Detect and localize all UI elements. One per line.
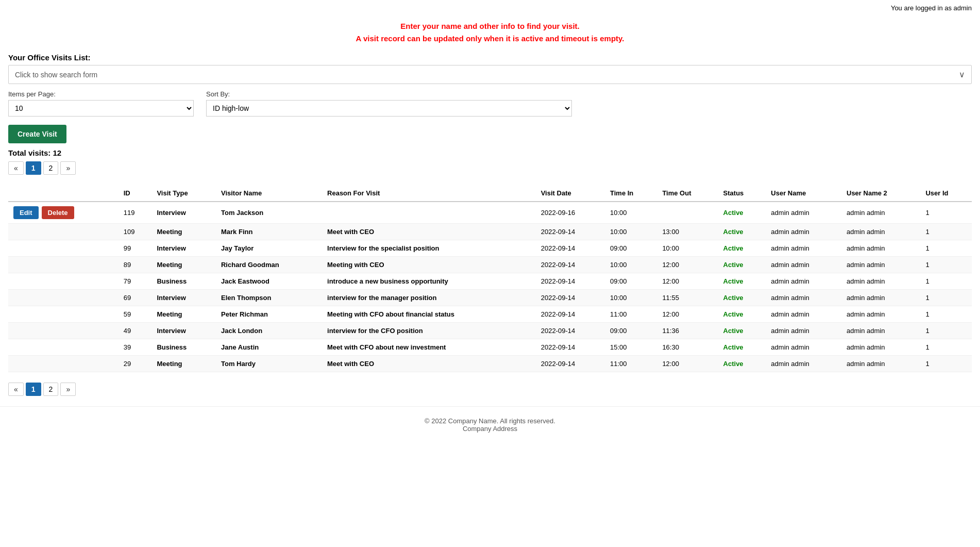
pagination-bottom: « 1 2 » (8, 383, 972, 396)
cell-reason: interview for the CFO position (322, 323, 536, 339)
cell-visitorname: Richard Goodman (216, 257, 322, 273)
table-row: 69InterviewElen Thompsoninterview for th… (8, 290, 972, 306)
header-line1: Enter your name and other info to find y… (0, 20, 980, 32)
sort-by-select[interactable]: ID high-low ID low-high Date high-low Da… (206, 100, 572, 117)
table-row: 89MeetingRichard GoodmanMeeting with CEO… (8, 257, 972, 273)
cell-timein: 11:00 (605, 356, 657, 372)
cell-username: admin admin (766, 323, 841, 339)
cell-timeout (657, 202, 718, 224)
col-id: ID (119, 185, 152, 202)
cell-status: Active (718, 257, 766, 273)
cell-reason (322, 202, 536, 224)
cell-id: 99 (119, 240, 152, 257)
header-line2: A visit record can be updated only when … (0, 32, 980, 45)
cell-timeout: 11:55 (657, 290, 718, 306)
cell-visitdate: 2022-09-14 (536, 323, 605, 339)
cell-timein: 09:00 (605, 323, 657, 339)
row-actions: EditDelete (8, 202, 119, 224)
cell-visittype: Business (151, 273, 216, 290)
cell-timeout: 11:36 (657, 323, 718, 339)
cell-visittype: Interview (151, 202, 216, 224)
cell-timeout: 16:30 (657, 339, 718, 356)
table-row: 49InterviewJack Londoninterview for the … (8, 323, 972, 339)
col-visit-date: Visit Date (536, 185, 605, 202)
cell-userid: 1 (920, 224, 972, 240)
col-visit-type: Visit Type (151, 185, 216, 202)
items-per-page-label: Items per Page: (8, 90, 194, 98)
cell-timeout: 10:00 (657, 240, 718, 257)
cell-timeout: 12:00 (657, 306, 718, 323)
cell-username: admin admin (766, 224, 841, 240)
cell-username: admin admin (766, 339, 841, 356)
cell-username2: admin admin (841, 356, 920, 372)
pagination-prev-button[interactable]: « (8, 161, 24, 175)
pagination-bottom-page-2-button[interactable]: 2 (43, 383, 59, 396)
pagination-page-1-button[interactable]: 1 (26, 161, 41, 175)
cell-visitorname: Peter Richman (216, 306, 322, 323)
cell-visitdate: 2022-09-14 (536, 224, 605, 240)
cell-timein: 10:00 (605, 257, 657, 273)
cell-visitdate: 2022-09-14 (536, 273, 605, 290)
cell-userid: 1 (920, 356, 972, 372)
search-collapse-label: Click to show search form (15, 71, 97, 79)
cell-status: Active (718, 224, 766, 240)
cell-timeout: 12:00 (657, 356, 718, 372)
items-per-page-group: Items per Page: 5 10 25 50 (8, 90, 194, 117)
cell-userid: 1 (920, 290, 972, 306)
cell-username: admin admin (766, 202, 841, 224)
cell-visitorname: Jack Eastwood (216, 273, 322, 290)
cell-username2: admin admin (841, 323, 920, 339)
cell-timein: 15:00 (605, 339, 657, 356)
cell-visittype: Business (151, 339, 216, 356)
items-per-page-select[interactable]: 5 10 25 50 (8, 100, 194, 117)
cell-username2: admin admin (841, 224, 920, 240)
cell-id: 39 (119, 339, 152, 356)
cell-username: admin admin (766, 273, 841, 290)
cell-visitdate: 2022-09-14 (536, 290, 605, 306)
row-actions (8, 356, 119, 372)
pagination-next-button[interactable]: » (60, 161, 76, 175)
cell-username2: admin admin (841, 290, 920, 306)
cell-visitdate: 2022-09-14 (536, 339, 605, 356)
pagination-page-2-button[interactable]: 2 (43, 161, 59, 175)
cell-username2: admin admin (841, 202, 920, 224)
cell-userid: 1 (920, 202, 972, 224)
cell-status: Active (718, 306, 766, 323)
cell-visittype: Interview (151, 323, 216, 339)
table-row: 39BusinessJane AustinMeet with CFO about… (8, 339, 972, 356)
search-collapse-toggle[interactable]: Click to show search form ∨ (8, 65, 972, 84)
cell-userid: 1 (920, 339, 972, 356)
row-actions (8, 224, 119, 240)
controls-row: Items per Page: 5 10 25 50 Sort By: ID h… (8, 90, 972, 117)
cell-timein: 09:00 (605, 240, 657, 257)
login-info: You are logged in as admin (891, 4, 972, 12)
row-actions (8, 306, 119, 323)
table-row: 99InterviewJay TaylorInterview for the s… (8, 240, 972, 257)
row-actions (8, 323, 119, 339)
cell-visitdate: 2022-09-14 (536, 356, 605, 372)
pagination-top: « 1 2 » (8, 161, 972, 175)
pagination-bottom-prev-button[interactable]: « (8, 383, 24, 396)
cell-username2: admin admin (841, 339, 920, 356)
cell-username: admin admin (766, 257, 841, 273)
cell-visitorname: Elen Thompson (216, 290, 322, 306)
cell-status: Active (718, 339, 766, 356)
pagination-bottom-next-button[interactable]: » (60, 383, 76, 396)
edit-button[interactable]: Edit (13, 206, 39, 219)
col-user-name: User Name (766, 185, 841, 202)
total-visits: Total visits: 12 (8, 148, 972, 157)
cell-userid: 1 (920, 306, 972, 323)
cell-reason: Meet with CEO (322, 356, 536, 372)
col-user-id: User Id (920, 185, 972, 202)
footer-address: Company Address (0, 425, 980, 433)
cell-status: Active (718, 273, 766, 290)
cell-username2: admin admin (841, 240, 920, 257)
pagination-bottom-page-1-button[interactable]: 1 (26, 383, 41, 396)
table-row: 29MeetingTom HardyMeet with CEO2022-09-1… (8, 356, 972, 372)
sort-by-group: Sort By: ID high-low ID low-high Date hi… (206, 90, 572, 117)
create-visit-button[interactable]: Create Visit (8, 125, 66, 143)
cell-reason: Interview for the specialist position (322, 240, 536, 257)
delete-button[interactable]: Delete (42, 206, 74, 219)
footer: © 2022 Company Name. All rights reserved… (0, 406, 980, 438)
col-actions (8, 185, 119, 202)
